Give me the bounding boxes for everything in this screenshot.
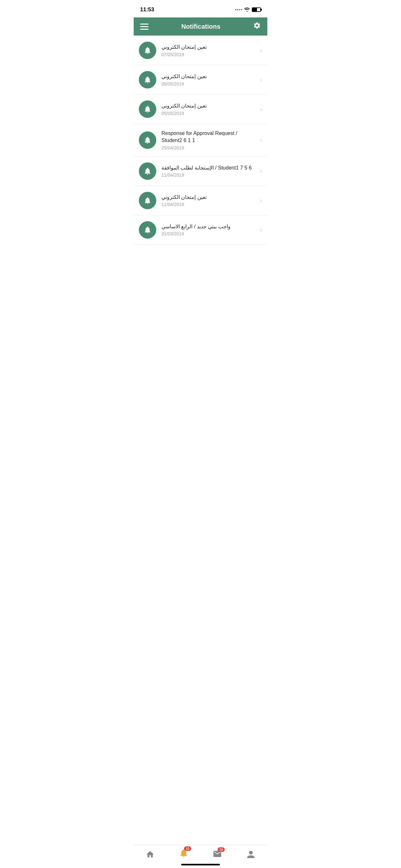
notification-content: تعين إمتحان الكتروني 05/05/2019 [161, 102, 257, 116]
bell-icon [143, 196, 152, 205]
notification-title: واجب بيتي جديد / الرابع الاساسي [161, 223, 257, 230]
notification-content: واجب بيتي جديد / الرابع الاساسي 31/03/20… [161, 223, 257, 237]
notification-icon-circle [139, 100, 156, 118]
signal-icon [235, 9, 242, 10]
notification-item[interactable]: Response for Approval Request / Student2… [134, 124, 267, 157]
chevron-right-icon: › [260, 226, 262, 234]
notification-item[interactable]: الإستجابة لطلب الموافقة / Student1 7 5 6… [134, 157, 267, 186]
notification-icon-circle [139, 192, 156, 209]
notification-item[interactable]: واجب بيتي جديد / الرابع الاساسي 31/03/20… [134, 215, 267, 245]
chevron-right-icon: › [260, 197, 262, 204]
notification-date: 07/05/2019 [161, 52, 257, 57]
notification-content: تعين إمتحان الكتروني 11/04/2019 [161, 194, 257, 207]
notifications-list: تعين إمتحان الكتروني 07/05/2019 › تعين إ… [134, 35, 267, 264]
menu-button[interactable] [140, 24, 149, 30]
notification-date: 05/05/2019 [161, 82, 257, 87]
chevron-right-icon: › [260, 105, 262, 113]
chevron-right-icon: › [260, 167, 262, 175]
notification-icon-circle [139, 42, 156, 59]
bell-icon [143, 46, 152, 55]
notification-content: الإستجابة لطلب الموافقة / Student1 7 5 6… [161, 164, 257, 178]
status-icons [235, 7, 261, 12]
notification-title: تعين إمتحان الكتروني [161, 43, 257, 51]
notification-title: تعين إمتحان الكتروني [161, 73, 257, 80]
notification-item[interactable]: تعين إمتحان الكتروني 05/05/2019 › [134, 95, 267, 124]
chevron-right-icon: › [260, 47, 262, 54]
notification-date: 05/05/2019 [161, 111, 257, 116]
notification-icon-circle [139, 131, 156, 149]
notification-date: 31/03/2019 [161, 231, 257, 237]
notification-date: 11/04/2019 [161, 173, 257, 178]
notification-item[interactable]: تعين إمتحان الكتروني 05/05/2019 › [134, 65, 267, 95]
notification-icon-circle [139, 221, 156, 239]
notification-title: الإستجابة لطلب الموافقة / Student1 7 5 6 [161, 164, 257, 172]
notification-icon-circle [139, 162, 156, 180]
notification-title: تعين إمتحان الكتروني [161, 194, 257, 201]
notification-item[interactable]: تعين إمتحان الكتروني 07/05/2019 › [134, 35, 267, 65]
chevron-right-icon: › [260, 76, 262, 84]
chevron-right-icon: › [260, 136, 262, 144]
notification-item[interactable]: تعين إمتحان الكتروني 11/04/2019 › [134, 186, 267, 215]
settings-button[interactable] [253, 22, 261, 31]
bell-icon [143, 167, 152, 175]
notification-icon-circle [139, 71, 156, 89]
app-header: Notifications [134, 18, 267, 35]
notification-content: Response for Approval Request / Student2… [161, 130, 257, 151]
notification-content: تعين إمتحان الكتروني 07/05/2019 [161, 43, 257, 57]
notification-content: تعين إمتحان الكتروني 05/05/2019 [161, 73, 257, 86]
bell-icon [143, 105, 152, 113]
notification-date: 11/04/2019 [161, 202, 257, 207]
status-bar: 11:53 [134, 0, 267, 18]
wifi-icon [244, 7, 250, 12]
page-title: Notifications [181, 23, 220, 30]
bell-icon [143, 226, 152, 234]
status-time: 11:53 [140, 6, 154, 13]
bell-icon [143, 136, 152, 144]
notification-date: 25/04/2019 [161, 145, 257, 151]
bell-icon [143, 75, 152, 84]
notification-title: تعين إمتحان الكتروني [161, 102, 257, 110]
battery-icon [252, 7, 261, 12]
notification-title: Response for Approval Request / Student2… [161, 130, 257, 144]
